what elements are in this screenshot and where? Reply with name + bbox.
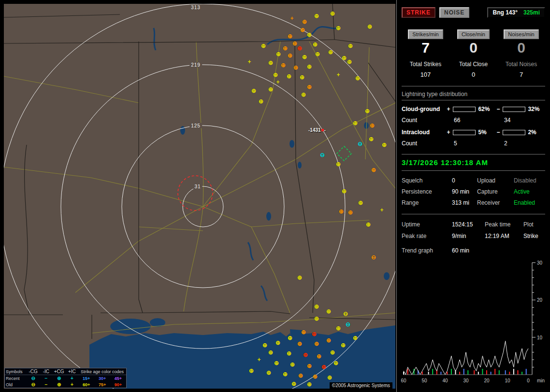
strike-symbol-icon: ⊕ — [307, 363, 312, 369]
intracloud-label: Intracloud — [402, 129, 446, 136]
strike-symbol-icon: ⊖ — [358, 141, 362, 147]
close-per-min-button[interactable]: Close/min — [457, 29, 490, 39]
trend-graph-label: Trend graph — [402, 247, 452, 254]
ic-positive-bar — [453, 130, 476, 135]
storm-track-diamond-icon — [337, 146, 351, 161]
trend-graph-plot — [404, 341, 528, 375]
trend-graph-axis-labels: 1020306050403020100min — [401, 260, 545, 383]
total-strikes-value: 107 — [402, 71, 449, 78]
range-value: 325mi — [523, 9, 540, 16]
strike-symbol-icon: ⊕ — [326, 308, 331, 314]
strike-symbol-icon: ⊕ — [336, 161, 341, 167]
strike-symbol-icon: ⊕ — [259, 98, 263, 104]
strike-symbol-icon: ⊕ — [288, 335, 292, 341]
negative-sign: − — [495, 106, 501, 112]
strike-symbol-icon: ⊕ — [366, 222, 371, 227]
legend-header-neg-cg: -CG — [27, 368, 40, 375]
noises-per-min-button[interactable]: Noises/min — [504, 29, 538, 39]
plus-icon: + — [65, 381, 78, 388]
uptime-label: Uptime — [402, 221, 452, 228]
svg-text:20: 20 — [484, 378, 490, 383]
strike-symbol-icon: ⊕ — [336, 25, 341, 31]
strike-symbol-icon: ⊖ — [343, 311, 348, 317]
tracked-cell-dot-icon — [321, 129, 324, 131]
persistence-value: 90 min — [452, 188, 477, 195]
strike-symbol-icon: ⊕ — [297, 275, 302, 280]
intracloud-row: Intracloud + 5% − 2% — [402, 129, 545, 136]
squelch-label: Squelch — [402, 177, 452, 184]
strike-symbol-icon: ⊕ — [301, 329, 306, 335]
noise-mode-button[interactable]: NOISE — [439, 7, 469, 18]
capture-label: Capture — [477, 188, 514, 195]
strike-symbol-icon: ⊕ — [300, 74, 304, 80]
circle-minus-icon: ⊖ — [27, 375, 40, 382]
persistence-label: Persistence — [402, 188, 452, 195]
range-ring-label: 31 — [193, 184, 202, 189]
map-panel[interactable]: 313 219 125 31 +⊕⊕⊕⊕⊕⊕⊕⊕⊕⊕⊕⊕⊕⊕⊕⊕⊕⊕⊕⊕+⊕⊕⊕… — [4, 4, 395, 389]
svg-text:50: 50 — [421, 378, 427, 383]
total-close-value: 0 — [449, 71, 497, 78]
strike-symbol-icon: ⊕ — [283, 371, 288, 377]
strike-symbol-icon: ⊖ — [320, 152, 325, 158]
svg-text:min: min — [537, 378, 545, 383]
strike-symbol-icon: ⊕ — [288, 53, 292, 58]
strike-symbol-icon: ⊕ — [321, 364, 326, 370]
ic-negative-count: 2 — [497, 140, 507, 147]
close-per-min-value: 0 — [449, 41, 497, 55]
strike-symbol-icon: ⊕ — [315, 51, 320, 57]
peak-time-value: 12:19 AM — [485, 233, 523, 239]
strike-mode-button[interactable]: STRIKE — [402, 7, 435, 18]
strike-symbol-icon: ⊕ — [307, 84, 312, 90]
svg-text:0: 0 — [527, 378, 530, 383]
strike-symbol-icon: ⊕ — [283, 45, 288, 51]
strike-symbol-icon: ⊕ — [313, 42, 318, 47]
positive-sign: + — [446, 106, 451, 112]
strike-symbol-icon: + — [380, 207, 383, 213]
legend-row-recent-label: Recent — [5, 375, 27, 382]
strike-symbol-icon: + — [247, 59, 251, 65]
strike-symbol-icon: ⊕ — [266, 370, 271, 376]
legend-header-age-codes: Strike age color codes — [78, 368, 126, 375]
svg-text:10: 10 — [537, 335, 543, 340]
strike-symbol-icon: ⊕ — [297, 45, 302, 51]
datetime-section: 3/17/2026 12:30:18 AM — [402, 154, 545, 171]
cloud-ground-label: Cloud-ground — [402, 106, 446, 112]
stats-grid: Uptime 1524:15 Peak time Plot Peak rate … — [402, 221, 545, 239]
storm-cell-circle-icon — [178, 176, 213, 210]
strike-symbol-icon: ⊕ — [382, 142, 387, 148]
strike-symbol-icon: ⊕ — [313, 374, 318, 379]
strike-symbol-icon: ⊕ — [301, 92, 306, 98]
range-setting-value: 313 mi — [452, 199, 477, 206]
circle-minus-icon: ⊖ — [27, 381, 40, 388]
age-code: 45+ — [110, 375, 126, 382]
strike-symbol-icon: + — [290, 15, 293, 21]
strikes-per-min-value: 7 — [402, 41, 449, 55]
ic-negative-percent: 2% — [527, 129, 545, 136]
total-close-label: Total Close — [449, 61, 497, 68]
strike-symbol-icon: ⊕ — [371, 167, 376, 173]
cg-negative-bar — [503, 107, 526, 112]
positive-sign: + — [446, 129, 451, 136]
strikes-per-min-button[interactable]: Strikes/min — [408, 29, 443, 39]
total-noises-value: 7 — [497, 71, 545, 78]
tracked-cell-marker: -1431 - — [308, 127, 326, 133]
strike-symbol-icon: + — [257, 357, 261, 363]
strike-symbol-icon: ⊕ — [348, 43, 353, 49]
ic-negative-bar — [503, 130, 526, 135]
negative-sign: − — [495, 129, 501, 136]
strike-symbol-icon: ⊕ — [317, 353, 321, 359]
strike-symbol-icon: ⊕ — [312, 331, 317, 337]
legend-header-symbols: Symbols — [5, 368, 27, 375]
strike-symbol-icon: ⊕ — [330, 11, 335, 16]
strike-symbol-icon: ⊕ — [298, 373, 303, 378]
plot-label: Plot — [523, 221, 545, 228]
strike-symbol-icon: ⊕ — [336, 325, 341, 331]
strike-symbol-icon: ⊕ — [330, 350, 335, 355]
plot-value: Strike — [523, 233, 545, 239]
legend-header-pos-cg: +CG — [53, 368, 66, 375]
strike-symbol-icon: ⊕ — [290, 362, 295, 367]
bearing-range-box: Bng 143° 325mi — [487, 7, 545, 18]
strike-symbol-icon: ⊕ — [314, 304, 319, 309]
strike-symbol-icon: ⊕ — [369, 136, 374, 142]
strike-symbol-icon: ⊕ — [353, 335, 358, 341]
